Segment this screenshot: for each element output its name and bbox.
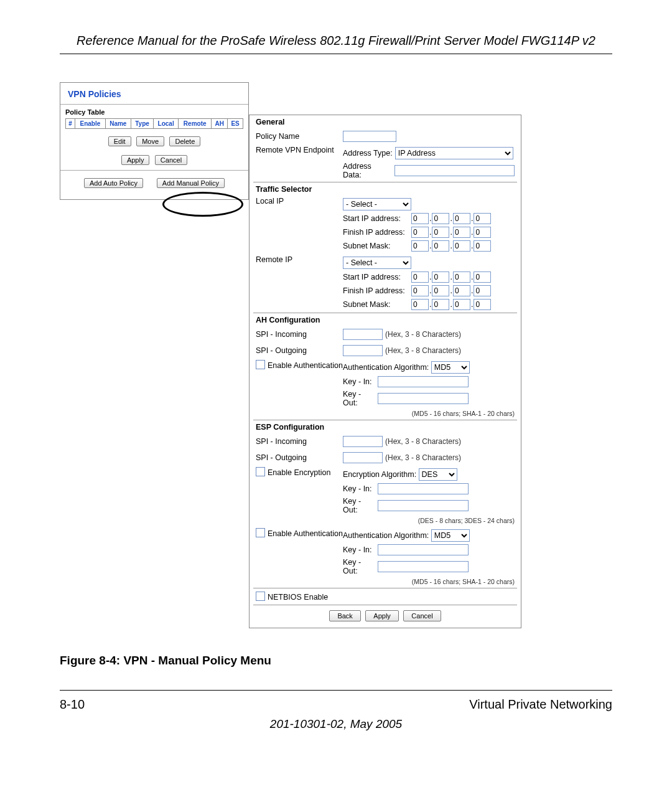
- esp-spi-in-input[interactable]: [343, 436, 383, 447]
- ip-octet[interactable]: [432, 299, 449, 310]
- ip-octet[interactable]: [432, 240, 449, 252]
- apply-button-form[interactable]: Apply: [365, 610, 399, 621]
- esp-enc-key-in-input[interactable]: [378, 483, 469, 494]
- ah-spi-out-label: SPI - Outgoing: [256, 346, 343, 355]
- rule-top: [60, 54, 612, 54]
- col-es: ES: [228, 119, 243, 129]
- ah-enable-auth-label: Enable Authentication: [268, 361, 343, 370]
- policy-name-input[interactable]: [343, 131, 396, 142]
- checkbox-icon[interactable]: [256, 592, 265, 601]
- remote-ip-select[interactable]: - Select -: [343, 257, 411, 269]
- esp-title: ESP Configuration: [250, 420, 521, 433]
- hex-hint: (Hex, 3 - 8 Characters): [385, 453, 461, 462]
- address-data-label: Address Data:: [343, 162, 392, 179]
- ip-octet[interactable]: [453, 213, 470, 224]
- col-enable: Enable: [75, 119, 105, 129]
- ah-key-hint: (MD5 - 16 chars; SHA-1 - 20 chars): [250, 410, 521, 420]
- hex-hint: (Hex, 3 - 8 Characters): [385, 346, 461, 355]
- ip-octet[interactable]: [474, 285, 491, 296]
- esp-auth-key-in-label: Key - In:: [343, 545, 378, 554]
- esp-spi-out-input[interactable]: [343, 452, 383, 463]
- cancel-button[interactable]: Cancel: [155, 155, 187, 165]
- vpn-policies-title: VPN Policies: [60, 83, 248, 104]
- ip-octet[interactable]: [432, 227, 449, 238]
- ip-octet[interactable]: [474, 271, 491, 283]
- ip-octet[interactable]: [411, 299, 429, 310]
- esp-enable-auth[interactable]: Enable Authentication: [256, 528, 343, 538]
- remote-subnet-label: Subnet Mask:: [343, 300, 411, 309]
- esp-enc-alg-select[interactable]: DES: [419, 468, 457, 481]
- checkbox-icon[interactable]: [256, 360, 265, 369]
- rule-bottom: [60, 690, 612, 691]
- esp-enc-key-hint: (DES - 8 chars; 3DES - 24 chars): [250, 517, 521, 527]
- remote-finish-ip-label: Finish IP address:: [343, 286, 411, 295]
- esp-auth-key-hint: (MD5 - 16 chars; SHA-1 - 20 chars): [250, 578, 521, 588]
- ip-octet[interactable]: [432, 271, 449, 283]
- back-button[interactable]: Back: [329, 610, 360, 621]
- checkbox-icon[interactable]: [256, 528, 265, 537]
- netbios-enable[interactable]: NETBIOS Enable: [256, 592, 328, 602]
- ip-octet[interactable]: [411, 240, 429, 252]
- apply-button[interactable]: Apply: [121, 155, 150, 165]
- ip-octet[interactable]: [453, 227, 470, 238]
- esp-auth-key-out-input[interactable]: [378, 561, 469, 572]
- ah-key-out-input[interactable]: [378, 393, 469, 404]
- ah-key-in-input[interactable]: [378, 376, 469, 387]
- col-ah: AH: [212, 119, 228, 129]
- ip-octet[interactable]: [411, 271, 429, 283]
- ip-octet[interactable]: [432, 213, 449, 224]
- ah-key-in-label: Key - In:: [343, 377, 378, 386]
- section-name: Virtual Private Networking: [469, 697, 612, 712]
- ip-octet[interactable]: [453, 271, 470, 283]
- edit-button[interactable]: Edit: [108, 136, 131, 146]
- ip-octet[interactable]: [411, 227, 429, 238]
- esp-auth-alg-select[interactable]: MD5: [431, 529, 470, 542]
- ip-octet[interactable]: [453, 299, 470, 310]
- ah-enable-auth[interactable]: Enable Authentication: [256, 360, 343, 370]
- ah-spi-in-input[interactable]: [343, 329, 383, 340]
- esp-auth-alg-label: Authentication Algorithm:: [343, 531, 429, 540]
- page-number: 8-10: [60, 697, 85, 712]
- traffic-title: Traffic Selector: [250, 182, 521, 196]
- local-ip-select[interactable]: - Select -: [343, 198, 411, 210]
- ah-auth-alg-select[interactable]: MD5: [431, 361, 470, 374]
- esp-auth-key-out-label: Key - Out:: [343, 558, 378, 575]
- esp-auth-key-in-input[interactable]: [378, 544, 469, 555]
- cancel-button-form[interactable]: Cancel: [403, 610, 441, 621]
- add-manual-policy-button[interactable]: Add Manual Policy: [157, 178, 225, 188]
- policy-table: # Enable Name Type Local Remote AH ES: [65, 118, 243, 129]
- local-subnet-label: Subnet Mask:: [343, 242, 411, 250]
- ip-octet[interactable]: [411, 285, 429, 296]
- move-button[interactable]: Move: [136, 136, 164, 146]
- col-type: Type: [131, 119, 154, 129]
- page: Reference Manual for the ProSafe Wireles…: [0, 0, 672, 807]
- policy-name-label: Policy Name: [256, 132, 343, 141]
- ip-octet[interactable]: [453, 285, 470, 296]
- address-type-select[interactable]: IP Address: [395, 147, 513, 159]
- ip-octet[interactable]: [474, 227, 491, 238]
- esp-spi-out-label: SPI - Outgoing: [256, 453, 343, 462]
- esp-enc-key-in-label: Key - In:: [343, 484, 378, 493]
- manual-policy-form: General Policy Name Remote VPN Endpoint …: [249, 115, 521, 628]
- address-type-label: Address Type:: [343, 149, 393, 158]
- esp-spi-in-label: SPI - Incoming: [256, 437, 343, 446]
- hex-hint: (Hex, 3 - 8 Characters): [385, 437, 461, 446]
- doc-header: Reference Manual for the ProSafe Wireles…: [0, 34, 672, 48]
- ip-octet[interactable]: [474, 240, 491, 252]
- ah-spi-out-input[interactable]: [343, 345, 383, 356]
- ip-octet[interactable]: [411, 213, 429, 224]
- add-auto-policy-button[interactable]: Add Auto Policy: [84, 178, 143, 188]
- policy-table-label: Policy Table: [60, 105, 248, 118]
- remote-start-ip-label: Start IP address:: [343, 273, 411, 281]
- ip-octet[interactable]: [432, 285, 449, 296]
- ip-octet[interactable]: [474, 299, 491, 310]
- esp-enable-enc[interactable]: Enable Encryption: [256, 467, 343, 477]
- netbios-enable-label: NETBIOS Enable: [268, 593, 328, 602]
- checkbox-icon[interactable]: [256, 467, 265, 476]
- delete-button[interactable]: Delete: [169, 136, 200, 146]
- col-num: #: [66, 119, 75, 129]
- ip-octet[interactable]: [474, 213, 491, 224]
- esp-enc-key-out-input[interactable]: [378, 500, 469, 511]
- address-data-input[interactable]: [394, 165, 515, 176]
- ip-octet[interactable]: [453, 240, 470, 252]
